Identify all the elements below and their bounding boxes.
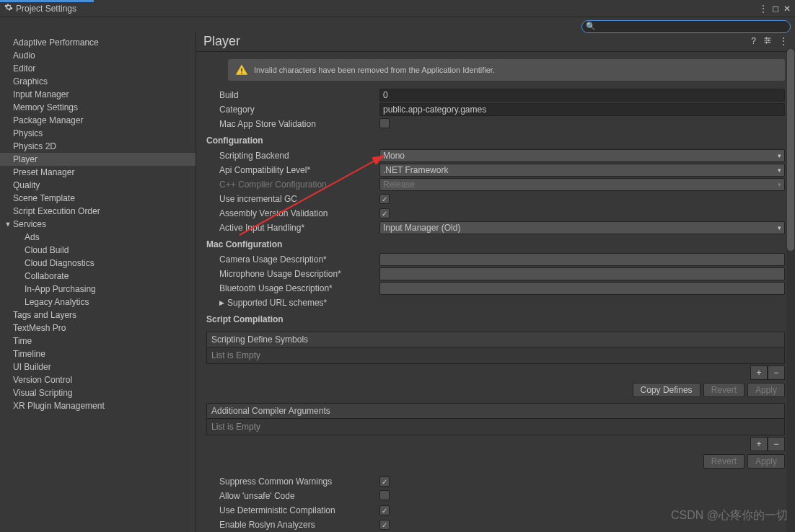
suppress-warnings-label: Suppress Common Warnings (206, 476, 379, 487)
sidebar-item-legacy-analytics[interactable]: Legacy Analytics (0, 296, 196, 309)
compiler-args-list: List is Empty (206, 419, 785, 435)
section-mac-config: Mac Configuration (206, 235, 785, 252)
category-input[interactable] (379, 103, 785, 116)
gear-icon (4, 3, 13, 14)
mac-appstore-checkbox[interactable] (379, 118, 390, 128)
active-input-label: Active Input Handling* (206, 223, 379, 233)
sidebar-item-cloud-build[interactable]: Cloud Build (0, 244, 196, 257)
scrollbar[interactable] (786, 49, 795, 532)
asm-validation-label: Assembly Version Validation (206, 208, 379, 218)
sidebar-item-tags-and-layers[interactable]: Tags and Layers (0, 309, 196, 322)
camera-label: Camera Usage Description* (206, 254, 379, 265)
sidebar-item-timeline[interactable]: Timeline (0, 347, 196, 360)
add-button[interactable]: + (750, 437, 768, 451)
sidebar-item-cloud-diagnostics[interactable]: Cloud Diagnostics (0, 257, 196, 270)
chevron-down-icon: ▾ (778, 167, 781, 174)
suppress-warnings-checkbox[interactable]: ✓ (379, 476, 390, 487)
sidebar-item-collaborate[interactable]: Collaborate (0, 270, 196, 283)
microphone-label: Microphone Usage Description* (206, 269, 379, 279)
camera-input[interactable] (379, 253, 785, 266)
deterministic-label: Use Deterministic Compilation (206, 505, 379, 515)
api-compat-label: Api Compatibility Level* (206, 165, 379, 175)
menu-icon[interactable]: ⋮ (759, 4, 768, 14)
sidebar-item-editor[interactable]: Editor (0, 62, 196, 75)
remove-button[interactable]: − (768, 365, 785, 380)
incremental-gc-checkbox[interactable]: ✓ (379, 194, 390, 204)
sidebar-item-physics-2d[interactable]: Physics 2D (0, 140, 196, 153)
sidebar-item-in-app-purchasing[interactable]: In-App Purchasing (0, 283, 196, 296)
preset-icon[interactable] (763, 36, 772, 47)
sidebar-item-ads[interactable]: Ads (0, 231, 196, 244)
apply-button: Apply (747, 383, 785, 397)
remove-button[interactable]: − (768, 437, 785, 451)
bluetooth-input[interactable] (379, 282, 785, 295)
scroll-body: Invalid characters have been removed fro… (196, 52, 795, 532)
sidebar-item-time[interactable]: Time (0, 334, 196, 347)
allow-unsafe-label: Allow 'unsafe' Code (206, 491, 379, 501)
cpp-compiler-dropdown: Release▾ (379, 178, 785, 191)
sidebar-item-visual-scripting[interactable]: Visual Scripting (0, 386, 196, 399)
warning-text: Invalid characters have been removed fro… (254, 66, 495, 74)
sidebar-item-memory-settings[interactable]: Memory Settings (0, 101, 196, 114)
foldout-icon[interactable]: ▶ (219, 299, 224, 306)
sidebar-item-graphics[interactable]: Graphics (0, 75, 196, 88)
help-icon[interactable]: ? (751, 36, 756, 47)
sidebar-item-quality[interactable]: Quality (0, 179, 196, 192)
chevron-down-icon: ▼ (4, 218, 12, 230)
build-input[interactable] (379, 89, 785, 102)
search-input[interactable] (581, 20, 791, 33)
chevron-down-icon: ▾ (778, 152, 781, 159)
page-title: Player (203, 34, 751, 49)
menu-icon[interactable]: ⋮ (779, 36, 788, 47)
revert-button: Revert (703, 383, 745, 397)
chevron-down-icon: ▾ (778, 181, 781, 188)
sidebar-item-input-manager[interactable]: Input Manager (0, 88, 196, 101)
scripting-backend-dropdown[interactable]: Mono▾ (379, 149, 785, 162)
close-icon[interactable]: ✕ (783, 4, 791, 14)
section-configuration: Configuration (206, 131, 785, 148)
asm-validation-checkbox[interactable]: ✓ (379, 208, 390, 218)
sidebar-item-scene-template[interactable]: Scene Template (0, 192, 196, 205)
cpp-compiler-label: C++ Compiler Configuration (206, 179, 379, 190)
active-input-dropdown[interactable]: Input Manager (Old)▾ (379, 221, 785, 234)
url-schemes-label: Supported URL schemes* (227, 298, 327, 308)
copy-defines-button[interactable]: Copy Defines (633, 383, 700, 397)
apply-button: Apply (747, 454, 785, 469)
scrollbar-thumb[interactable] (787, 49, 794, 251)
api-compat-dropdown[interactable]: .NET Framework▾ (379, 164, 785, 177)
sidebar-item-script-execution-order[interactable]: Script Execution Order (0, 205, 196, 218)
scripting-symbols-header: Scripting Define Symbols (206, 332, 785, 347)
chevron-down-icon: ▾ (778, 224, 781, 231)
maximize-icon[interactable]: ◻ (772, 4, 779, 14)
warning-icon (235, 63, 248, 76)
roslyn-label: Enable Roslyn Analyzers (206, 520, 379, 530)
build-label: Build (206, 90, 379, 100)
add-button[interactable]: + (750, 365, 768, 380)
sidebar-item-player[interactable]: Player (0, 153, 196, 166)
bluetooth-label: Bluetooth Usage Description* (206, 283, 379, 293)
roslyn-checkbox[interactable]: ✓ (379, 520, 390, 530)
scripting-symbols-list: List is Empty (206, 347, 785, 364)
sidebar-item-textmesh-pro[interactable]: TextMesh Pro (0, 322, 196, 334)
sidebar: Adaptive PerformanceAudioEditorGraphicsI… (0, 32, 196, 532)
searchbar: 🔍 (0, 17, 795, 32)
section-script-compilation: Script Compilation (206, 310, 785, 327)
sidebar-item-xr-plugin-management[interactable]: XR Plugin Management (0, 399, 196, 412)
titlebar: Project Settings ⋮ ◻ ✕ (0, 0, 795, 17)
microphone-input[interactable] (379, 267, 785, 280)
allow-unsafe-checkbox[interactable] (379, 490, 390, 500)
warning-box: Invalid characters have been removed fro… (228, 59, 785, 81)
search-icon: 🔍 (586, 22, 596, 31)
compiler-args-header: Additional Compiler Arguments (206, 403, 785, 419)
sidebar-item-services[interactable]: ▼Services (0, 218, 196, 231)
sidebar-item-version-control[interactable]: Version Control (0, 373, 196, 386)
sidebar-item-ui-builder[interactable]: UI Builder (0, 360, 196, 373)
window-title: Project Settings (16, 4, 76, 14)
sidebar-item-adaptive-performance[interactable]: Adaptive Performance (0, 36, 196, 49)
sidebar-item-audio[interactable]: Audio (0, 49, 196, 62)
sidebar-item-package-manager[interactable]: Package Manager (0, 114, 196, 127)
sidebar-item-physics[interactable]: Physics (0, 127, 196, 140)
sidebar-item-preset-manager[interactable]: Preset Manager (0, 166, 196, 179)
content-panel: Player ? ⋮ Invalid characters have been … (196, 32, 795, 532)
deterministic-checkbox[interactable]: ✓ (379, 505, 390, 515)
